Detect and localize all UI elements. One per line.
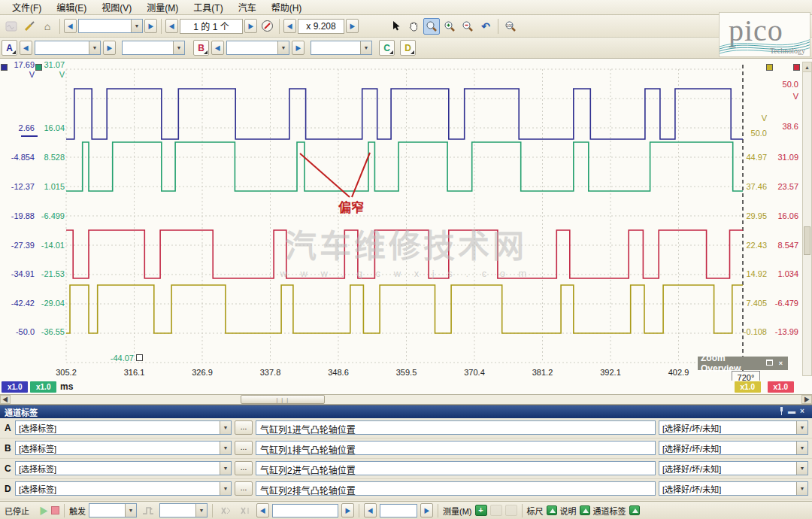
more-labels-button-c[interactable]: ... bbox=[235, 461, 253, 475]
verdict-select-c[interactable]: [选择好/坏/未知]▼ bbox=[659, 461, 808, 475]
scroll-left-icon[interactable]: ◀ bbox=[0, 395, 11, 404]
chevron-down-icon: ▼ bbox=[220, 462, 231, 475]
more-labels-button-a[interactable]: ... bbox=[235, 420, 253, 435]
undo-zoom-button[interactable]: ↶ bbox=[477, 18, 494, 35]
trigger-mode-combo[interactable]: ▼ bbox=[89, 503, 137, 517]
close-icon[interactable]: × bbox=[777, 360, 785, 368]
label-select-a[interactable]: [选择标签]▼ bbox=[15, 420, 232, 435]
zoom-overview-panel[interactable]: Zoom Overview × bbox=[698, 357, 788, 370]
hand-tool-button[interactable] bbox=[405, 18, 422, 35]
zoom-out-tool-button[interactable] bbox=[459, 18, 476, 35]
horizontal-scroll-thumb[interactable] bbox=[241, 395, 325, 404]
scroll-right-icon[interactable]: ▶ bbox=[801, 395, 812, 404]
label-select-d[interactable]: [选择标签]▼ bbox=[15, 481, 232, 496]
restore-icon[interactable] bbox=[765, 360, 774, 368]
page-next-button[interactable]: ▶ bbox=[244, 19, 257, 33]
channel-a-range-combo[interactable]: ▼ bbox=[35, 41, 101, 55]
channel-d-button[interactable]: D bbox=[400, 40, 416, 56]
next-capture-button[interactable]: ▶ bbox=[144, 19, 157, 33]
axis-offset-checkbox[interactable] bbox=[136, 354, 143, 361]
notes-toggle[interactable] bbox=[580, 505, 590, 515]
channel-a-axis-handle[interactable] bbox=[1, 64, 8, 71]
trigger-channel-combo[interactable]: ▼ bbox=[159, 503, 208, 517]
vertical-scrollbar[interactable]: ▲ bbox=[802, 62, 812, 376]
rising-edge-icon[interactable] bbox=[217, 502, 234, 519]
zoom-factor-next-button[interactable]: ▶ bbox=[346, 19, 359, 33]
label-text-field-c[interactable]: 气缸列2进气凸轮轴位置 bbox=[256, 461, 656, 475]
label-text-field-a[interactable]: 气缸列1进气凸轮轴位置 bbox=[256, 420, 656, 435]
verdict-select-a[interactable]: [选择好/坏/未知]▼ bbox=[659, 420, 808, 435]
prev-capture-button[interactable]: ◀ bbox=[64, 19, 77, 33]
verdict-select-d[interactable]: [选择好/坏/未知]▼ bbox=[659, 481, 808, 496]
channel-a-ground-marker[interactable] bbox=[21, 135, 38, 137]
home-icon[interactable]: ⌂ bbox=[39, 18, 56, 35]
zoom-factor-prev-button[interactable]: ◀ bbox=[283, 19, 296, 33]
label-select-b[interactable]: [选择标签]▼ bbox=[15, 441, 232, 455]
stop-button[interactable] bbox=[51, 506, 59, 514]
scope-view[interactable]: 偏窄 汽车维修技术网 w w w . q c w x j s . c o m 1… bbox=[0, 59, 812, 381]
channel-b-probe-combo[interactable]: ▼ bbox=[311, 41, 372, 55]
label-text-field-b[interactable]: 气缸列1排气凸轮轴位置 bbox=[256, 441, 656, 455]
horizontal-scrollbar[interactable]: ◀ ▶ bbox=[0, 394, 812, 405]
channel-b-axis-handle[interactable] bbox=[35, 64, 42, 71]
delete-measurement-button[interactable] bbox=[505, 505, 517, 516]
more-labels-button-d[interactable]: ... bbox=[235, 481, 253, 496]
rotation-compass-icon[interactable] bbox=[259, 18, 275, 35]
zoom-full-button[interactable]: 100 bbox=[502, 18, 519, 35]
zoom-window-tool-button[interactable] bbox=[423, 18, 440, 35]
toolbar-separator bbox=[59, 19, 60, 34]
start-button[interactable]: ▶ bbox=[39, 504, 48, 517]
channel-c-button[interactable]: C bbox=[379, 40, 395, 56]
scale-badge-b[interactable]: x1.0 bbox=[30, 381, 56, 393]
scale-badge-d[interactable]: x1.0 bbox=[735, 381, 761, 393]
vertical-scroll-thumb[interactable] bbox=[804, 226, 810, 255]
menu-item[interactable]: 帮助(H) bbox=[264, 0, 310, 15]
cursor-tool-button[interactable] bbox=[387, 18, 404, 35]
channel-d-axis-handle[interactable] bbox=[766, 64, 773, 71]
pretrigger-down-button[interactable]: ◀ bbox=[256, 503, 269, 517]
scale-badge-c[interactable]: x1.0 bbox=[768, 381, 794, 393]
channel-b-range-down-button[interactable]: ◀ bbox=[211, 41, 224, 55]
capture-combo[interactable]: ▼ bbox=[78, 19, 143, 33]
verdict-select-b[interactable]: [选择好/坏/未知]▼ bbox=[659, 441, 808, 455]
trigger-level-field[interactable] bbox=[380, 504, 417, 517]
channel-c-axis-handle[interactable] bbox=[793, 64, 800, 71]
falling-edge-icon[interactable] bbox=[237, 502, 253, 519]
edit-measurement-button[interactable] bbox=[490, 505, 502, 516]
axis-label-right-red: 1.034 bbox=[755, 269, 798, 279]
minimize-icon[interactable]: ▬ bbox=[786, 407, 797, 417]
pretrigger-up-button[interactable]: ▶ bbox=[341, 503, 354, 517]
add-measurement-button[interactable]: + bbox=[475, 505, 487, 516]
label-text-field-d[interactable]: 气缸列2排气凸轮轴位置 bbox=[256, 481, 656, 496]
page-prev-button[interactable]: ◀ bbox=[165, 19, 178, 33]
menu-item[interactable]: 测量(M) bbox=[139, 0, 186, 15]
more-labels-button-b[interactable]: ... bbox=[235, 441, 253, 455]
menu-item[interactable]: 文件(F) bbox=[5, 0, 49, 15]
chevron-down-icon: ▼ bbox=[220, 421, 231, 434]
pin-icon[interactable] bbox=[776, 407, 786, 417]
menu-item[interactable]: 视图(V) bbox=[94, 0, 139, 15]
channel-a-range-down-button[interactable]: ◀ bbox=[20, 41, 32, 55]
channel-b-range-up-button[interactable]: ▶ bbox=[292, 41, 304, 55]
channel-a-range-up-button[interactable]: ▶ bbox=[103, 41, 116, 55]
menu-item[interactable]: 编辑(E) bbox=[49, 0, 94, 15]
pretrigger-field[interactable] bbox=[272, 504, 338, 517]
trigger-level-down-button[interactable]: ◀ bbox=[364, 503, 377, 517]
trigger-level-up-button[interactable]: ▶ bbox=[420, 503, 433, 517]
probe-icon[interactable] bbox=[21, 18, 38, 35]
trigger-source-icon[interactable] bbox=[140, 502, 156, 519]
close-icon[interactable]: × bbox=[797, 407, 807, 417]
channel-b-range-combo[interactable]: ▼ bbox=[226, 41, 289, 55]
waveform-library-icon[interactable] bbox=[3, 18, 20, 35]
channel-a-probe-combo[interactable]: ▼ bbox=[122, 41, 185, 55]
rulers-toggle[interactable] bbox=[547, 505, 557, 515]
zoom-in-tool-button[interactable] bbox=[441, 18, 458, 35]
channel-a-button[interactable]: A bbox=[2, 40, 17, 56]
menu-item[interactable]: 汽车 bbox=[231, 0, 264, 15]
channel-labels-toggle[interactable] bbox=[629, 505, 640, 515]
label-select-c[interactable]: [选择标签]▼ bbox=[15, 461, 232, 475]
channel-b-button[interactable]: B bbox=[193, 40, 209, 56]
scroll-up-icon[interactable]: ▲ bbox=[803, 62, 811, 72]
scale-badge-a[interactable]: x1.0 bbox=[2, 381, 28, 393]
menu-item[interactable]: 工具(T) bbox=[186, 0, 230, 15]
